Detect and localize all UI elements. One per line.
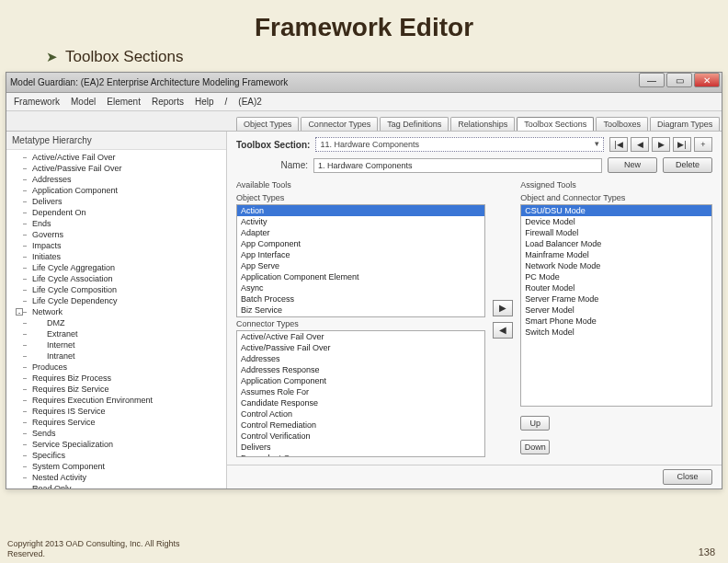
tree-item[interactable]: Sends: [6, 428, 226, 439]
new-button[interactable]: New: [608, 157, 657, 173]
tree-item[interactable]: Impacts: [6, 240, 226, 251]
menu-element[interactable]: Element: [107, 97, 141, 107]
tree-item[interactable]: Extranet: [6, 328, 226, 339]
tree-item[interactable]: Life Cycle Association: [6, 273, 226, 284]
list-item[interactable]: Mainframe Model: [521, 249, 711, 260]
list-item[interactable]: Server Model: [521, 304, 711, 316]
list-item[interactable]: Application Component Element: [237, 271, 484, 282]
connector-types-list[interactable]: Active/Active Fail OverActive/Passive Fa…: [236, 330, 485, 457]
list-item[interactable]: Network Node Mode: [521, 260, 711, 271]
tree-item[interactable]: Internet: [6, 339, 226, 350]
list-item[interactable]: Active/Active Fail Over: [237, 331, 484, 342]
tree-item[interactable]: Life Cycle Composition: [6, 284, 226, 295]
tree-item[interactable]: Requires Execution Environment: [6, 395, 226, 406]
menu-model[interactable]: Model: [71, 97, 96, 107]
tree-item[interactable]: Delivers: [6, 196, 226, 207]
up-button[interactable]: Up: [520, 416, 550, 431]
list-item[interactable]: PC Mode: [521, 271, 711, 282]
move-right-button[interactable]: ▶: [493, 300, 513, 316]
nav-prev-button[interactable]: ◀: [631, 137, 649, 152]
list-item[interactable]: Control Verification: [237, 431, 484, 442]
tree-item[interactable]: Requires Biz Process: [6, 373, 226, 384]
delete-button[interactable]: Delete: [663, 157, 712, 173]
list-item[interactable]: Activity: [237, 216, 484, 227]
menu-ea2[interactable]: (EA)2: [238, 97, 262, 107]
tab-tag-definitions[interactable]: Tag Definitions: [380, 117, 449, 131]
menu-help[interactable]: Help: [195, 97, 214, 107]
list-item[interactable]: Async: [237, 282, 484, 293]
tree-item[interactable]: Application Component: [6, 185, 226, 196]
name-input[interactable]: [313, 158, 602, 173]
list-item[interactable]: Action: [237, 205, 484, 216]
list-item[interactable]: Adapter: [237, 227, 484, 238]
tree-item[interactable]: Intranet: [6, 350, 226, 362]
tab-relationships[interactable]: Relationships: [450, 117, 515, 131]
down-button[interactable]: Down: [520, 440, 550, 454]
list-item[interactable]: Dependent On: [237, 453, 484, 457]
tree-item[interactable]: Specifics: [6, 450, 226, 461]
tree-item[interactable]: System Component: [6, 461, 226, 472]
move-left-button[interactable]: ◀: [493, 322, 513, 339]
list-item[interactable]: Addresses: [237, 353, 484, 364]
nav-first-button[interactable]: |◀: [609, 137, 628, 152]
list-item[interactable]: Device Model: [521, 216, 711, 227]
list-item[interactable]: CSU/DSU Mode: [521, 205, 711, 216]
tree-item[interactable]: Network-: [6, 306, 226, 317]
tab-diagram-types[interactable]: Diagram Types: [650, 117, 720, 131]
nav-add-button[interactable]: +: [694, 137, 712, 152]
list-item[interactable]: Biz Service Category: [237, 316, 484, 317]
list-item[interactable]: Load Balancer Mode: [521, 238, 711, 249]
menu-reports[interactable]: Reports: [152, 97, 184, 107]
list-item[interactable]: Batch Process: [237, 293, 484, 304]
tab-connector-types[interactable]: Connector Types: [301, 117, 378, 131]
tree-item[interactable]: Requires IS Service: [6, 406, 226, 417]
tab-toolbox-sections[interactable]: Toolbox Sections: [517, 117, 594, 131]
list-item[interactable]: Biz Service: [237, 304, 484, 316]
tab-object-types[interactable]: Object Types: [236, 117, 299, 131]
tree-item[interactable]: Life Cycle Dependency: [6, 295, 226, 306]
nav-last-button[interactable]: ▶|: [673, 137, 691, 152]
tree-item[interactable]: Requires Biz Service: [6, 384, 226, 395]
list-item[interactable]: Smart Phone Mode: [521, 316, 711, 327]
list-item[interactable]: Control Action: [237, 408, 484, 419]
tree-item[interactable]: Dependent On: [6, 207, 226, 218]
assigned-tools-list[interactable]: CSU/DSU ModeDevice ModelFirewall ModelLo…: [520, 204, 712, 407]
list-item[interactable]: Switch Model: [521, 327, 711, 338]
list-item[interactable]: Control Remediation: [237, 419, 484, 431]
toolbox-section-combo[interactable]: 11. Hardware Components: [315, 137, 604, 152]
tree-item[interactable]: Active/Active Fail Over: [6, 152, 226, 163]
list-item[interactable]: Firewall Model: [521, 227, 711, 238]
maximize-button[interactable]: ▭: [666, 73, 692, 87]
tree-item[interactable]: Addresses: [6, 174, 226, 185]
tree-item[interactable]: Nested Activity: [6, 472, 226, 483]
menu-framework[interactable]: Framework: [14, 97, 60, 107]
tree-item[interactable]: Active/Passive Fail Over: [6, 163, 226, 174]
tree-item[interactable]: Read Only: [6, 483, 226, 488]
tree-item[interactable]: Life Cycle Aggregation: [6, 262, 226, 273]
list-item[interactable]: Candidate Response: [237, 397, 484, 408]
list-item[interactable]: App Component: [237, 238, 484, 249]
tree-item[interactable]: Service Specialization: [6, 439, 226, 450]
object-types-list[interactable]: ActionActivityAdapterApp ComponentApp In…: [236, 204, 485, 317]
list-item[interactable]: Active/Passive Fail Over: [237, 342, 484, 353]
list-item[interactable]: App Serve: [237, 260, 484, 271]
list-item[interactable]: Addresses Response: [237, 364, 484, 375]
tree-item[interactable]: Produces: [6, 362, 226, 373]
list-item[interactable]: Assumes Role For: [237, 386, 484, 397]
list-item[interactable]: Delivers: [237, 442, 484, 453]
tree-item[interactable]: Initiates: [6, 251, 226, 262]
tree-item[interactable]: Requires Service: [6, 417, 226, 428]
close-dialog-button[interactable]: Close: [663, 469, 712, 485]
close-button[interactable]: ✕: [694, 73, 720, 87]
tree-item[interactable]: DMZ: [6, 317, 226, 328]
minimize-button[interactable]: ―: [639, 73, 665, 87]
list-item[interactable]: App Interface: [237, 249, 484, 260]
list-item[interactable]: Server Frame Mode: [521, 293, 711, 304]
nav-next-button[interactable]: ▶: [652, 137, 670, 152]
tree-item[interactable]: Ends: [6, 218, 226, 229]
tree-item[interactable]: Governs: [6, 229, 226, 240]
tab-toolboxes[interactable]: Toolboxes: [596, 117, 648, 131]
list-item[interactable]: Router Model: [521, 282, 711, 293]
list-item[interactable]: Application Component: [237, 375, 484, 386]
metatype-tree[interactable]: Active/Active Fail OverActive/Passive Fa…: [6, 150, 226, 488]
